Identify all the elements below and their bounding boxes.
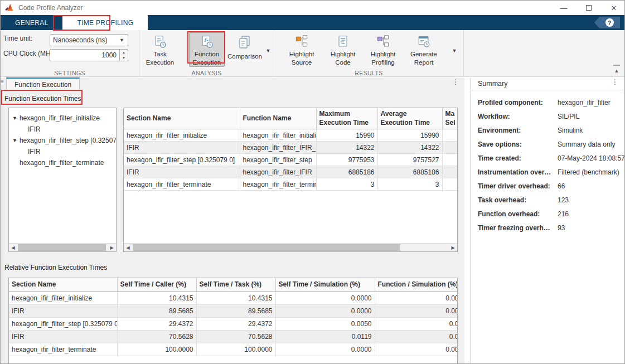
table-cell: 6885186 [377,166,442,178]
column-header[interactable]: Function / Simulation (%) [375,278,458,292]
tab-time-profiling[interactable]: TIME PROFILING [62,15,148,30]
tree-hscrollbar[interactable]: ◀ ▶ [9,243,116,251]
table-cell: 70.5628 [117,330,196,343]
tree-expand-arrow-icon[interactable]: ▼ [12,115,17,121]
toolstrip-tab-bar: GENERAL TIME PROFILING ? [1,15,624,30]
summary-value: 123 [558,196,569,204]
doc-panel-menu-icon[interactable]: ⋮ [452,81,459,84]
tree-item[interactable]: ▼hexagon_ifir_filter_initialize [9,113,116,124]
scroll-left-icon[interactable]: ◀ [9,244,17,251]
table-cell: 0.0000 [275,343,375,356]
tree-item[interactable]: ▼hexagon_ifir_filter_step [0.325079 0] [9,135,116,146]
table-cell: 6885186 [316,166,377,178]
column-header[interactable]: Self Time / Caller (%) [117,278,196,292]
column-header[interactable]: Ma Sel [442,108,458,129]
summary-value: Filtered (benchmark) [558,168,619,176]
scrollbar-thumb[interactable] [133,244,400,251]
table-cell: 89.5685 [196,304,275,317]
spin-down-icon[interactable]: ▼ [120,55,128,61]
summary-label: Workflow: [478,113,558,120]
table-row[interactable]: hexagon_ifir_filter_initialize10.431510.… [9,292,458,304]
panel-grip-icon[interactable]: ≡ [1,81,4,83]
column-header[interactable]: Average Execution Time [377,108,442,129]
tree-item[interactable]: IFIR [9,146,116,157]
relative-times-panel: Section NameSelf Time / Caller (%)Self T… [8,278,458,364]
time-unit-dropdown[interactable]: Nanoseconds (ns) ▼ [50,34,128,46]
table-row[interactable]: IFIR89.568589.56850.00000.00 [9,304,458,317]
column-header[interactable]: Maximum Execution Time [316,108,377,129]
table-cell: 100.0000 [196,343,275,356]
table-row[interactable]: IFIRhexagon_ifir_filter_IFIR_Init1432214… [124,142,458,154]
table-row[interactable]: hexagon_ifir_filter_terminate100.0000100… [9,343,458,356]
summary-list: Profiled component:hexagon_ifir_filterWo… [478,95,622,235]
table-hscrollbar[interactable]: ◀ ▶ [124,243,457,251]
scrollbar-thumb[interactable] [18,244,106,251]
highlight-code-button[interactable]: HighlightCode [325,32,361,67]
table-header-row: Section NameFunction NameMaximum Executi… [124,108,458,129]
execution-times-table: Section NameFunction NameMaximum Executi… [124,108,458,191]
close-button[interactable]: ✕ [609,4,619,12]
summary-label: Profiled component: [478,99,558,106]
relative-times-title: Relative Function Execution Times [4,264,107,271]
generate-report-button[interactable]: GenerateReport [406,32,442,67]
call-tree-panel: ▼hexagon_ifir_filter_initializeIFIR▼hexa… [8,108,117,252]
scroll-left-icon[interactable]: ◀ [124,244,132,251]
help-button[interactable]: ? [594,17,620,28]
summary-label: Timer driver overhead: [478,182,558,190]
scroll-right-icon[interactable]: ▶ [108,244,116,251]
analysis-gallery-arrow[interactable]: ▼ [264,46,273,56]
tree-item-label: hexagon_ifir_filter_step [0.325079 0] [20,137,116,144]
document-area: ≡ Function Execution ⋮ Function Executio… [1,77,464,363]
scroll-right-icon[interactable]: ▶ [449,244,457,251]
table-cell: 10.4315 [117,292,196,304]
table-row[interactable]: hexagon_ifir_filter_step [0.325079 0]29.… [9,317,458,330]
column-header[interactable]: Section Name [9,278,117,292]
tab-general[interactable]: GENERAL [1,15,62,30]
table-row[interactable]: IFIR70.562870.56280.01190.0 [9,330,458,343]
tree-item[interactable]: IFIR [9,124,116,135]
collapse-ribbon-button[interactable]: ▲ [613,65,621,74]
summary-label: Instrumentation over… [478,168,558,176]
table-row[interactable]: hexagon_ifir_filter_step [0.325079 0]hex… [124,154,458,166]
summary-row: Save options:Summary data only [478,137,622,151]
comparison-button[interactable]: Comparison [226,32,263,67]
results-gallery-arrow[interactable]: ▼ [450,46,459,56]
summary-menu-icon[interactable]: ⋮ [612,81,618,84]
summary-label: Task overhead: [478,196,558,204]
minimize-button[interactable]: — [559,4,569,12]
column-header[interactable]: Self Time / Simulation (%) [275,278,375,292]
tree-item-label: hexagon_ifir_filter_terminate [20,159,104,167]
highlight-code-icon [335,35,351,49]
summary-value: hexagon_ifir_filter [558,99,611,106]
table-cell: hexagon_ifir_filter_step [240,154,316,166]
table-cell: 0.0 [375,330,458,343]
title-bar: Code Profile Analyzer — ✕ [1,1,624,15]
table-row[interactable]: IFIRhexagon_ifir_filter_IFIR688518668851… [124,166,458,178]
tree-expand-arrow-icon[interactable]: ▼ [12,138,17,143]
column-header[interactable]: Self Time / Task (%) [196,278,275,292]
summary-row: Task overhead:123 [478,193,622,207]
column-header[interactable]: Function Name [240,108,316,129]
table-row[interactable]: hexagon_ifir_filter_terminatehexagon_ifi… [124,178,458,191]
maximize-button[interactable] [584,4,594,12]
cpu-clock-input[interactable]: 1000 [50,49,120,61]
highlight-source-button[interactable]: HighlightSource [284,32,319,67]
spin-up-icon[interactable]: ▲ [120,50,128,55]
summary-row: Environment:Simulink [478,123,622,137]
highlight-profiling-icon [375,35,391,49]
table-row[interactable]: hexagon_ifir_filter_initializehexagon_if… [124,129,458,142]
highlight-profiling-button[interactable]: HighlightProfiling [365,32,401,67]
summary-row: Function overhead:216 [478,207,622,221]
cpu-clock-stepper: ▲ ▼ [120,49,128,61]
highlight-source-icon [293,35,310,49]
tree-item[interactable]: hexagon_ifir_filter_terminate [9,157,116,168]
table-cell: 0.0000 [275,304,375,317]
table-cell: 15990 [316,129,377,142]
tab-function-execution[interactable]: Function Execution [6,77,80,91]
table-cell: IFIR [9,330,117,343]
table-cell [442,166,458,178]
column-header[interactable]: Section Name [124,108,240,129]
summary-value: Summary data only [558,140,615,148]
task-execution-button[interactable]: TaskExecution [142,32,178,67]
function-execution-button[interactable]: f FunctionExecution [189,32,225,67]
